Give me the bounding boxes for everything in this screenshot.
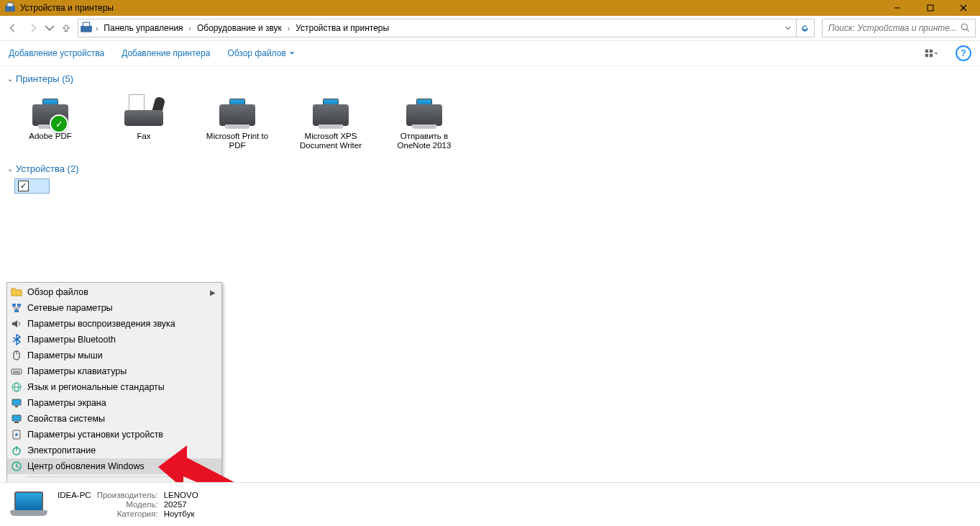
search-icon[interactable] [960, 22, 971, 34]
menu-item-параметры-клавиатуры[interactable]: Параметры клавиатуры [7, 363, 221, 379]
menu-item-электропитание[interactable]: Электропитание [7, 443, 221, 458]
folder-icon [10, 286, 23, 299]
group-printers-items: ✓ Adobe PDF Fax Microsoft Print to PDF M… [7, 89, 973, 160]
address-dropdown[interactable] [782, 23, 794, 33]
search-input[interactable] [827, 22, 960, 34]
checkbox-checked-icon[interactable]: ✓ [18, 181, 29, 191]
details-value: LENOVO [164, 491, 198, 499]
svg-rect-28 [14, 422, 19, 423]
printer-icon [216, 94, 258, 129]
details-key: Категория: [97, 509, 158, 518]
menu-item-параметры-воспроизведения-звука[interactable]: Параметры воспроизведения звука [7, 316, 221, 332]
details-key: Модель: [97, 500, 158, 509]
menu-item-свойства-системы[interactable]: Свойства системы [7, 411, 221, 427]
printer-item-xps-writer[interactable]: Microsoft XPS Document Writer [295, 94, 367, 150]
svg-line-9 [967, 30, 969, 32]
printer-item-ms-print-pdf[interactable]: Microsoft Print to PDF [201, 94, 273, 150]
fax-icon [123, 94, 165, 129]
globe-icon [10, 381, 23, 394]
group-devices-header[interactable]: ⌄ Устройства (2) [7, 163, 973, 174]
svg-rect-15 [17, 304, 21, 307]
browse-files-button[interactable]: Обзор файлов [227, 48, 294, 58]
device-item-selected[interactable]: ✓ [14, 178, 50, 194]
back-button[interactable] [4, 19, 22, 37]
chevron-down-icon: ⌄ [7, 165, 13, 173]
refresh-button[interactable] [796, 19, 812, 37]
speaker-icon [10, 317, 23, 330]
window-title: Устройства и принтеры [20, 3, 881, 13]
history-dropdown[interactable] [45, 19, 55, 37]
maximize-button[interactable] [914, 0, 947, 16]
svg-rect-11 [930, 50, 933, 53]
printer-item-adobe-pdf[interactable]: ✓ Adobe PDF [14, 94, 86, 150]
menu-item-параметры-экрана[interactable]: Параметры экрана [7, 395, 221, 411]
svg-rect-27 [12, 415, 21, 421]
svg-point-30 [15, 433, 18, 436]
bluetooth-icon [10, 333, 23, 346]
breadcrumb-devices-printers[interactable]: Устройства и принтеры [293, 19, 392, 37]
update-icon [10, 460, 23, 473]
svg-rect-10 [925, 50, 928, 53]
breadcrumb-sep[interactable]: › [94, 24, 99, 32]
keyboard-icon [10, 365, 23, 378]
breadcrumb-sep[interactable]: › [286, 24, 291, 32]
address-bar-row: › Панель управления › Оборудование и зву… [0, 16, 980, 41]
help-button[interactable]: ? [956, 45, 971, 61]
menu-item-параметры-bluetooth[interactable]: Параметры Bluetooth [7, 332, 221, 348]
menu-item-обзор-файлов[interactable]: Обзор файлов▶ [7, 284, 221, 300]
command-bar: Добавление устройства Добавление принтер… [0, 41, 980, 66]
close-button[interactable] [947, 0, 980, 16]
forward-button[interactable] [24, 19, 42, 37]
svg-rect-16 [14, 309, 19, 312]
mouse-icon [10, 349, 23, 362]
network-icon [10, 301, 23, 314]
details-pane: IDEA-PC Производитель: LENOVO Модель: 20… [0, 482, 980, 526]
details-key: Производитель: [97, 491, 158, 499]
view-options-button[interactable] [924, 46, 938, 60]
printer-item-onenote[interactable]: Отправить в OneNote 2013 [388, 94, 460, 150]
svg-rect-1 [7, 3, 13, 6]
svg-rect-7 [83, 22, 90, 27]
svg-rect-13 [930, 54, 933, 57]
svg-rect-25 [12, 399, 21, 405]
svg-rect-14 [12, 304, 16, 307]
search-box[interactable] [822, 19, 976, 37]
svg-rect-3 [928, 5, 933, 11]
devices-printers-icon [80, 22, 93, 35]
menu-item-сетевые-параметры[interactable]: Сетевые параметры [7, 300, 221, 316]
default-check-icon: ✓ [50, 114, 68, 133]
menu-item-центр-обновления-windows[interactable]: Центр обновления Windows [7, 458, 221, 474]
chevron-down-icon: ⌄ [7, 75, 13, 83]
display-icon [10, 396, 23, 409]
menu-item-язык-и-региональные-стандарты[interactable]: Язык и региональные стандарты [7, 379, 221, 395]
details-value: Ноутбук [164, 509, 198, 518]
printer-icon: ✓ [29, 94, 71, 129]
printer-icon [403, 94, 445, 129]
device-icon [10, 428, 23, 441]
minimize-button[interactable] [881, 0, 914, 16]
submenu-arrow-icon: ▶ [210, 289, 216, 296]
printer-item-fax[interactable]: Fax [108, 94, 180, 150]
svg-rect-12 [925, 54, 928, 57]
add-device-button[interactable]: Добавление устройства [9, 48, 104, 58]
svg-rect-26 [15, 406, 18, 407]
breadcrumb-hardware-sound[interactable]: Оборудование и звук [194, 19, 285, 37]
power-icon [10, 444, 23, 457]
breadcrumb-sep[interactable]: › [188, 24, 193, 32]
titlebar: Устройства и принтеры [0, 0, 980, 16]
details-value: 20257 [164, 500, 198, 509]
group-printers-header[interactable]: ⌄ Принтеры (5) [7, 73, 973, 84]
up-button[interactable] [58, 19, 75, 37]
address-bar[interactable]: › Панель управления › Оборудование и зву… [78, 19, 815, 37]
laptop-icon [10, 490, 47, 519]
printer-icon [310, 94, 352, 129]
svg-point-8 [962, 24, 968, 30]
content-pane: ⌄ Принтеры (5) ✓ Adobe PDF Fax Microsoft… [0, 66, 980, 493]
add-printer-button[interactable]: Добавление принтера [122, 48, 210, 58]
devices-printers-icon [4, 2, 16, 14]
system-icon [10, 412, 23, 425]
menu-item-параметры-мыши[interactable]: Параметры мыши [7, 348, 221, 363]
breadcrumb-control-panel[interactable]: Панель управления [101, 19, 186, 37]
menu-item-параметры-установки-устройств[interactable]: Параметры установки устройств [7, 427, 221, 443]
details-name: IDEA-PC [58, 491, 91, 499]
